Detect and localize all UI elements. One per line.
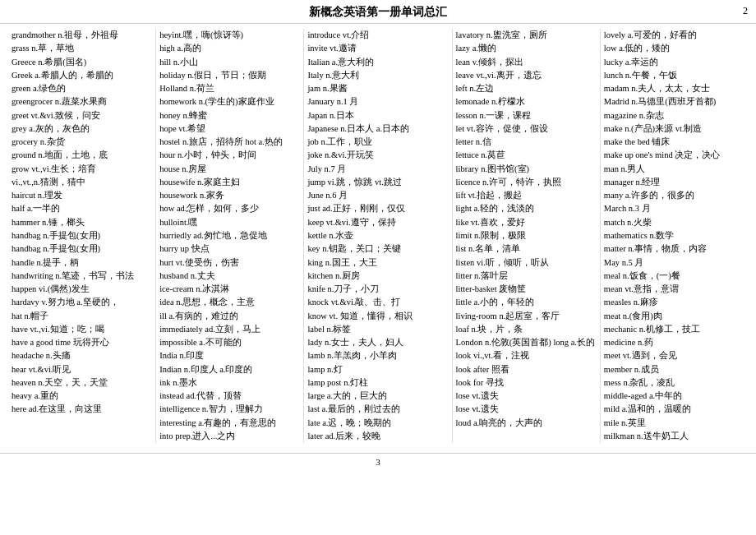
- list-item: hurt vt.使受伤，伤害: [159, 256, 300, 270]
- list-item: Italy n.意大利: [307, 69, 448, 82]
- list-item: ice-cream n.冰淇淋: [159, 283, 300, 296]
- column-5: lovely a.可爱的，好看的low a.低的，矮的lucky a.幸运的lu…: [601, 29, 748, 443]
- list-item: label n.标签: [307, 323, 448, 336]
- list-item: homework n.(学生的)家庭作业: [159, 95, 300, 108]
- page-footer: 3: [0, 453, 756, 470]
- list-item: library n.图书馆(室): [456, 163, 597, 176]
- list-item: mild a.温和的，温暖的: [604, 403, 744, 416]
- list-item: matter n.事情，物质，内容: [604, 242, 744, 256]
- list-item: ink n.墨水: [159, 376, 300, 390]
- list-item: grey a.灰的，灰色的: [12, 122, 152, 136]
- list-item: meet vt.遇到，会见: [604, 349, 744, 362]
- list-item: lucky a.幸运的: [604, 56, 744, 69]
- list-item: haircut n.理发: [12, 189, 152, 202]
- list-item: lamp post n.灯柱: [307, 376, 448, 390]
- list-item: happen vi.(偶然)发生: [12, 283, 152, 296]
- list-item: handbag n.手提包(女用): [12, 229, 152, 242]
- list-item: lazy a.懒的: [456, 42, 597, 55]
- list-item: immediately ad.立刻，马上: [159, 323, 300, 336]
- list-item: loaf n.块，片，条: [456, 323, 597, 336]
- list-item: hurry up 快点: [159, 242, 300, 256]
- list-item: later ad.后来，较晚: [307, 430, 448, 443]
- list-item: Japanese n.日本人 a.日本的: [307, 122, 448, 136]
- list-item: many a.许多的，很多的: [604, 189, 744, 202]
- list-item: know vt. 知道，懂得，相识: [307, 310, 448, 323]
- list-item: Greek a.希腊人的，希腊的: [12, 69, 152, 82]
- list-item: lamp n.灯: [307, 363, 448, 376]
- list-item: mathematics n.数学: [604, 229, 744, 242]
- list-item: grocery n.杂货: [12, 136, 152, 149]
- list-item: make n.(产品)来源 vt.制造: [604, 122, 744, 136]
- list-item: meal n.饭食，(一)餐: [604, 270, 744, 283]
- list-item: hat n.帽子: [12, 310, 152, 323]
- list-item: jam n.果酱: [307, 82, 448, 95]
- list-item: husband n.丈夫: [159, 270, 300, 283]
- list-item: ground n.地面，土地，底: [12, 149, 152, 162]
- list-item: grow vt.,vi.生长；培育: [12, 163, 152, 176]
- list-item: ill a.有病的，难过的: [159, 310, 300, 323]
- column-1: grandmother n.祖母，外祖母grass n.草，草地Greece n…: [8, 29, 156, 443]
- list-item: loud a.响亮的，大声的: [456, 417, 597, 430]
- list-item: vi.,vt.,n.猜测，猜中: [12, 176, 152, 189]
- list-item: madam n.夫人，太太，女士: [604, 82, 744, 95]
- list-item: May n.5 月: [604, 256, 744, 270]
- column-2: heyint.嘿，嗨(惊讶等)high a.高的hill n.小山holiday…: [156, 29, 304, 443]
- list-item: match n.火柴: [604, 216, 744, 229]
- list-item: just ad.正好，刚刚，仅仅: [307, 202, 448, 215]
- list-item: look after 照看: [456, 363, 597, 376]
- list-item: interesting a.有趣的，有意思的: [159, 417, 300, 430]
- list-item: measles n.麻疹: [604, 296, 744, 309]
- list-item: licence n.许可，特许，执照: [456, 176, 597, 189]
- list-item: lemonade n.柠檬水: [456, 95, 597, 108]
- list-item: hulloint.嘿: [159, 216, 300, 229]
- list-item: headache n.头痛: [12, 349, 152, 362]
- list-item: heavy a.重的: [12, 390, 152, 403]
- list-item: India n.印度: [159, 349, 300, 362]
- list-item: low a.低的，矮的: [604, 42, 744, 55]
- list-item: introduce vt.介绍: [307, 29, 448, 42]
- list-item: lean v.倾斜，探出: [456, 56, 597, 69]
- list-item: meat n.(食用)肉: [604, 310, 744, 323]
- list-item: lesson n.一课，课程: [456, 109, 597, 122]
- list-item: hardavy v.努力地 a.坚硬的，: [12, 296, 152, 309]
- list-item: lose vt.遗失: [456, 390, 597, 403]
- list-item: hammer n.锤，榔头: [12, 216, 152, 229]
- list-item: look for 寻找: [456, 376, 597, 390]
- list-item: grandmother n.祖母，外祖母: [12, 29, 152, 42]
- list-item: hurriedly ad.匆忙地，急促地: [159, 229, 300, 242]
- list-item: mean vt.意指，意谓: [604, 283, 744, 296]
- list-item: limit n.限制，极限: [456, 229, 597, 242]
- list-item: Indian n.印度人 a.印度的: [159, 363, 300, 376]
- list-item: milkman n.送牛奶工人: [604, 430, 744, 443]
- list-item: honey n.蜂蜜: [159, 109, 300, 122]
- list-item: January n.1 月: [307, 95, 448, 108]
- list-item: lady n.女士，夫人，妇人: [307, 336, 448, 349]
- list-item: instead ad.代替，顶替: [159, 390, 300, 403]
- list-item: how ad.怎样，如何，多少: [159, 202, 300, 215]
- list-item: lavatory n.盥洗室，厕所: [456, 29, 597, 42]
- list-item: letter n.信: [456, 136, 597, 149]
- list-item: large a.大的，巨大的: [307, 390, 448, 403]
- list-item: leave vt.,vi.离开，遗忘: [456, 69, 597, 82]
- list-item: hope vt.希望: [159, 122, 300, 136]
- list-item: list n.名单，清单: [456, 242, 597, 256]
- list-item: impossible a.不可能的: [159, 336, 300, 349]
- page-number-bottom: 3: [376, 457, 380, 467]
- column-4: lavatory n.盥洗室，厕所lazy a.懒的lean v.倾斜，探出le…: [453, 29, 601, 443]
- list-item: like vt.喜欢，爱好: [456, 216, 597, 229]
- page-number-top: 2: [743, 5, 748, 17]
- list-item: half a.一半的: [12, 202, 152, 215]
- list-item: medicine n.药: [604, 336, 744, 349]
- list-item: Holland n.荷兰: [159, 82, 300, 95]
- list-item: London n.伦敦(英国首都) long a.长的: [456, 336, 597, 349]
- list-item: magazine n.杂志: [604, 109, 744, 122]
- list-item: housework n.家务: [159, 189, 300, 202]
- list-item: house n.房屋: [159, 163, 300, 176]
- list-item: look vi.,vt.看，注视: [456, 349, 597, 362]
- list-item: man n.男人: [604, 163, 744, 176]
- content-area: grandmother n.祖母，外祖母grass n.草，草地Greece n…: [0, 24, 756, 448]
- list-item: make the bed 铺床: [604, 136, 744, 149]
- list-item: handle n.提手，柄: [12, 256, 152, 270]
- list-item: light a.轻的，浅淡的: [456, 202, 597, 215]
- list-item: let vt.容许，促使，假设: [456, 122, 597, 136]
